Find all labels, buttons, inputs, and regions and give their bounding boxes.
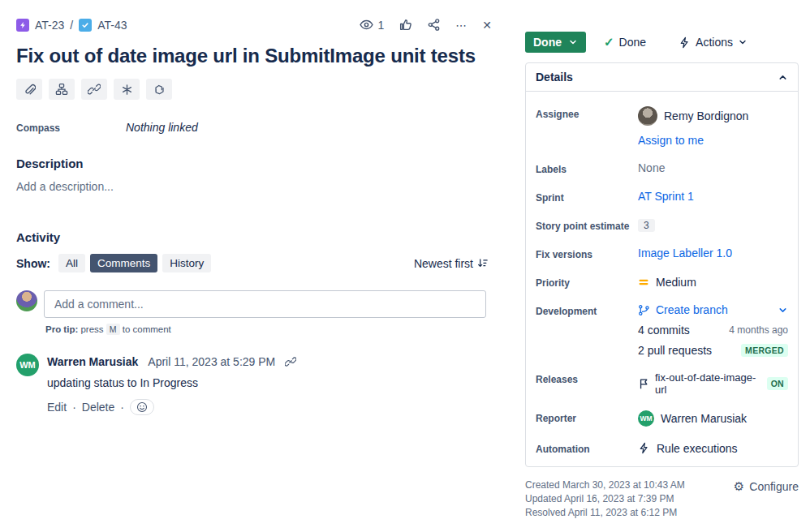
reporter-avatar: WM (638, 410, 654, 427)
resolution-indicator: ✓ Done (604, 35, 646, 49)
pull-requests-row: 2 pull requests MERGED (638, 344, 788, 357)
commits-link[interactable]: 4 commits (638, 324, 690, 337)
gear-icon: ⚙ (734, 480, 744, 492)
assignee-value[interactable]: Remy Bordignon (638, 106, 788, 126)
delete-comment-button[interactable]: Delete (82, 401, 114, 414)
status-dropdown-button[interactable]: Done (525, 32, 586, 53)
sprint-link[interactable]: AT Sprint 1 (638, 190, 694, 203)
sort-order-button[interactable]: Newest first (414, 257, 489, 270)
current-user-avatar[interactable] (16, 290, 37, 311)
loop-icon (153, 84, 166, 96)
share-icon (427, 18, 441, 32)
add-child-issue-button[interactable] (49, 79, 75, 100)
activity-heading: Activity (16, 230, 503, 244)
comment-timestamp[interactable]: April 11, 2023 at 5:29 PM (148, 355, 275, 368)
issue-meta-footer: Created March 30, 2023 at 10:43 AM Updat… (525, 478, 799, 520)
feature-flag-on-badge: ON (767, 377, 788, 390)
hierarchy-icon (55, 83, 68, 96)
pro-tip-press: press (80, 324, 103, 334)
releases-label: Releases (536, 371, 638, 396)
resolved-timestamp: Resolved April 11, 2023 at 6:12 PM (525, 506, 685, 520)
lightning-icon (679, 36, 691, 49)
tab-all[interactable]: All (58, 254, 85, 272)
reporter-value[interactable]: WM Warren Marusiak (638, 410, 788, 427)
updated-timestamp: Updated April 16, 2023 at 7:39 PM (525, 492, 685, 506)
share-button[interactable] (427, 18, 441, 32)
reporter-field: Reporter WM Warren Marusiak (536, 410, 788, 427)
separator-dot: · (72, 401, 76, 414)
configure-button[interactable]: ⚙ Configure (734, 478, 799, 520)
labels-value[interactable]: None (638, 161, 788, 175)
link-icon (88, 83, 101, 96)
edit-comment-button[interactable]: Edit (47, 401, 67, 414)
details-panel-header[interactable]: Details (526, 63, 798, 92)
development-expand-button[interactable] (778, 305, 788, 315)
pull-requests-link[interactable]: 2 pull requests (638, 344, 712, 357)
compass-value[interactable]: Nothing linked (126, 121, 198, 134)
add-reaction-button[interactable] (130, 399, 154, 415)
automation-label: Automation (536, 441, 638, 455)
description-placeholder[interactable]: Add a description... (16, 180, 503, 193)
status-label: Done (533, 36, 562, 49)
create-branch-label: Create branch (656, 303, 728, 316)
issue-header-actions: 1 ⋯ ✕ (360, 18, 492, 32)
comment-input[interactable] (44, 290, 486, 318)
watch-button[interactable]: 1 (360, 18, 384, 32)
tab-comments[interactable]: Comments (90, 254, 157, 272)
add-apps-button[interactable] (114, 79, 140, 100)
assignee-name: Remy Bordignon (664, 109, 748, 122)
watch-count: 1 (377, 19, 384, 32)
issue-view: AT-23 / AT-43 1 ⋯ ✕ Fix out (0, 0, 810, 532)
sort-label: Newest first (414, 257, 473, 270)
story-points-field: Story point estimate 3 (536, 218, 788, 232)
asterisk-icon (121, 84, 133, 96)
main-column: AT-23 / AT-43 1 ⋯ ✕ Fix out (0, 0, 503, 532)
rule-executions-link: Rule executions (657, 442, 738, 455)
close-icon[interactable]: ✕ (482, 19, 492, 31)
priority-value[interactable]: Medium (638, 275, 788, 289)
breadcrumb-current-link[interactable]: AT-43 (97, 19, 127, 32)
create-branch-button[interactable]: Create branch (638, 303, 728, 316)
labels-field: Labels None (536, 161, 788, 175)
reporter-label: Reporter (536, 410, 638, 427)
loop-button[interactable] (146, 79, 172, 100)
comment-author-name[interactable]: Warren Marusiak (47, 355, 138, 368)
breadcrumb-parent-link[interactable]: AT-23 (35, 19, 64, 32)
lightning-icon (638, 442, 650, 454)
link-issue-button[interactable] (81, 79, 107, 100)
attach-button[interactable] (16, 79, 42, 100)
flag-icon (638, 378, 650, 390)
side-column: Done ✓ Done Actions Details Assignee (525, 0, 799, 532)
assignee-label: Assignee (536, 106, 638, 147)
separator-dot: · (120, 401, 124, 414)
fix-versions-link[interactable]: Image Labeller 1.0 (638, 247, 732, 260)
releases-value[interactable]: fix-out-of-date-image-url ON (638, 371, 788, 396)
automation-value[interactable]: Rule executions (638, 441, 788, 455)
story-points-value[interactable]: 3 (638, 219, 655, 232)
priority-medium-icon (638, 277, 649, 288)
more-actions-button[interactable]: ⋯ (455, 19, 467, 31)
paperclip-icon (23, 83, 36, 96)
show-label: Show: (16, 257, 50, 270)
tab-history[interactable]: History (162, 254, 211, 272)
release-name: fix-out-of-date-image-url (655, 371, 762, 396)
assign-to-me-link[interactable]: Assign to me (638, 134, 704, 147)
chevron-down-icon (738, 37, 748, 47)
check-icon: ✓ (604, 35, 614, 49)
comment-composer (16, 290, 503, 318)
pro-tip: Pro tip: press M to comment (45, 324, 503, 334)
comment-author-avatar[interactable]: WM (16, 354, 39, 376)
comment-body: Warren Marusiak April 11, 2023 at 5:29 P… (47, 354, 296, 415)
comment-permalink-icon[interactable] (285, 356, 296, 367)
sprint-field: Sprint AT Sprint 1 (536, 190, 788, 204)
commits-row: 4 commits 4 months ago (638, 324, 788, 337)
activity-filter-row: Show: All Comments History Newest first (16, 254, 503, 272)
automation-field: Automation Rule executions (536, 441, 788, 455)
breadcrumb-separator: / (70, 19, 73, 32)
actions-dropdown-button[interactable]: Actions (679, 36, 748, 49)
chevron-down-icon (568, 37, 578, 47)
like-button[interactable] (399, 18, 412, 32)
keyboard-shortcut-key: M (106, 324, 120, 335)
sort-descending-icon (476, 257, 489, 269)
commits-age: 4 months ago (729, 324, 788, 336)
